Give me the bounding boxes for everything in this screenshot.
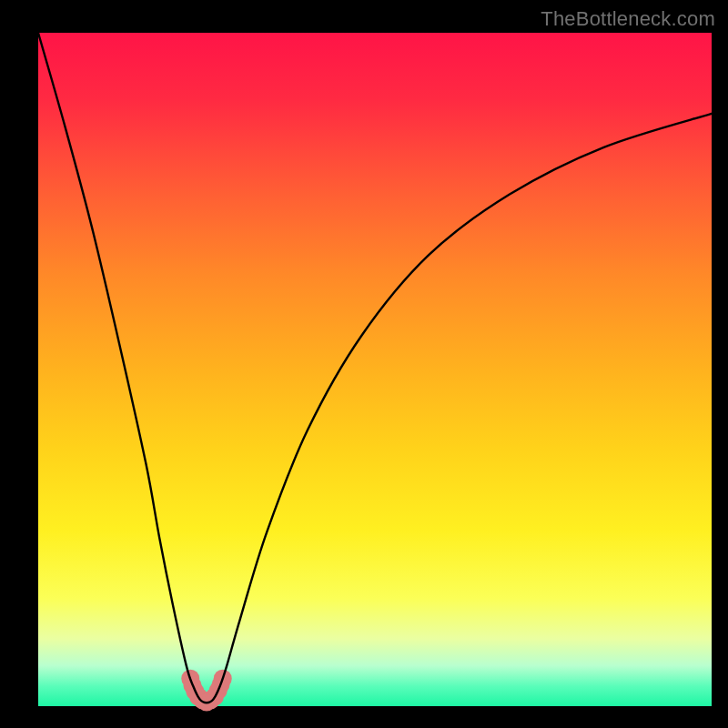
chart-frame: TheBottleneck.com [0,0,728,728]
chart-svg [38,33,712,706]
chart-curve [38,33,712,703]
watermark-text: TheBottleneck.com [541,7,715,31]
plot-area [38,33,712,706]
